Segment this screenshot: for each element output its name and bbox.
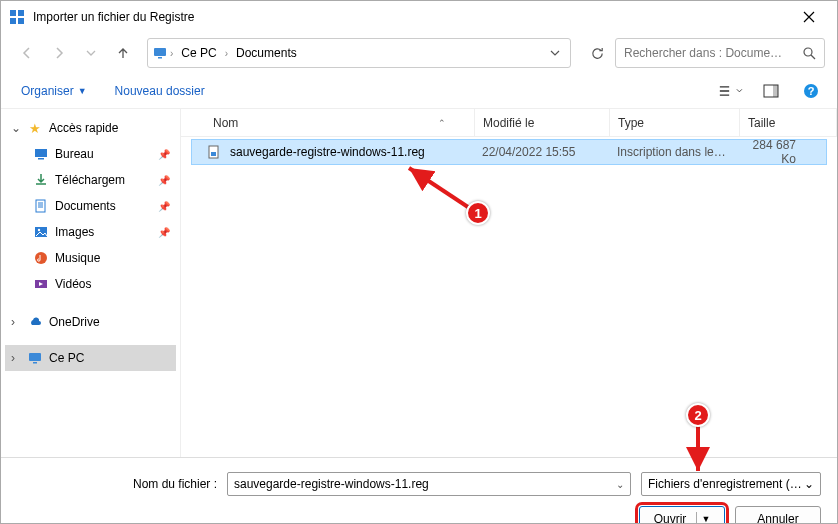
chevron-right-icon: ›: [11, 351, 21, 365]
svg-rect-21: [211, 152, 216, 156]
cloud-icon: [27, 314, 43, 330]
column-size[interactable]: Taille: [740, 109, 837, 136]
sidebar-item-music[interactable]: Musique: [5, 245, 176, 271]
svg-rect-8: [773, 85, 778, 97]
pc-icon: [27, 350, 43, 366]
download-icon: [33, 172, 49, 188]
close-button[interactable]: [789, 3, 829, 31]
column-modified[interactable]: Modifié le: [475, 109, 610, 136]
sidebar-item-documents[interactable]: Documents 📌: [5, 193, 176, 219]
sidebar-item-downloads[interactable]: Téléchargem 📌: [5, 167, 176, 193]
chevron-down-icon: ⌄: [804, 477, 814, 491]
file-size: 284 687 Ko: [739, 138, 826, 166]
sidebar-item-images[interactable]: Images 📌: [5, 219, 176, 245]
sidebar-item-desktop[interactable]: Bureau 📌: [5, 141, 176, 167]
svg-rect-2: [10, 18, 16, 24]
file-modified: 22/04/2022 15:55: [474, 145, 609, 159]
sidebar-item-label: Images: [55, 225, 94, 239]
sidebar-item-label: Documents: [55, 199, 116, 213]
refresh-button[interactable]: [583, 39, 611, 67]
cancel-button[interactable]: Annuler: [735, 506, 821, 524]
filename-label: Nom du fichier :: [17, 477, 217, 491]
svg-rect-0: [10, 10, 16, 16]
breadcrumb-folder[interactable]: Documents: [230, 39, 303, 67]
svg-rect-13: [36, 200, 45, 212]
forward-button[interactable]: [45, 39, 73, 67]
new-folder-button[interactable]: Nouveau dossier: [109, 80, 211, 102]
music-icon: [33, 250, 49, 266]
search-icon: [802, 46, 816, 60]
table-row[interactable]: sauvegarde-registre-windows-11.reg 22/04…: [191, 139, 827, 165]
chevron-down-icon: ▼: [78, 86, 87, 96]
sidebar-item-label: Ce PC: [49, 351, 84, 365]
sort-indicator-icon: ⌃: [438, 118, 446, 128]
svg-point-16: [35, 252, 47, 264]
svg-point-15: [38, 229, 40, 231]
address-bar[interactable]: › Ce PC › Documents: [147, 38, 571, 68]
preview-pane-button[interactable]: [759, 79, 783, 103]
sidebar-item-label: Vidéos: [55, 277, 91, 291]
split-chevron-icon: ▼: [701, 514, 710, 524]
svg-rect-3: [18, 18, 24, 24]
pin-icon: 📌: [158, 149, 170, 160]
svg-rect-18: [29, 353, 41, 361]
pc-icon: [152, 45, 168, 61]
document-icon: [33, 198, 49, 214]
sidebar-quick-access[interactable]: ⌄ ★ Accès rapide: [5, 115, 176, 141]
footer: Nom du fichier : sauvegarde-registre-win…: [1, 457, 837, 524]
svg-rect-12: [38, 158, 44, 160]
cancel-label: Annuler: [757, 512, 798, 524]
pin-icon: 📌: [158, 175, 170, 186]
chevron-down-icon[interactable]: [550, 48, 560, 58]
pin-icon: 📌: [158, 201, 170, 212]
toolbar: Organiser ▼ Nouveau dossier ?: [1, 73, 837, 109]
svg-rect-1: [18, 10, 24, 16]
chevron-right-icon: ›: [223, 48, 230, 59]
svg-text:?: ?: [808, 85, 815, 97]
search-input[interactable]: Rechercher dans : Docume…: [615, 38, 825, 68]
sidebar-this-pc[interactable]: › Ce PC: [5, 345, 176, 371]
recent-dropdown[interactable]: [77, 39, 105, 67]
app-icon: [9, 9, 25, 25]
desktop-icon: [33, 146, 49, 162]
filename-value: sauvegarde-registre-windows-11.reg: [234, 477, 429, 491]
window-title: Importer un fichier du Registre: [33, 10, 789, 24]
column-name[interactable]: Nom⌃: [205, 109, 475, 136]
open-button[interactable]: Ouvrir ▼: [639, 506, 725, 524]
svg-point-6: [804, 48, 812, 56]
file-name: sauvegarde-registre-windows-11.reg: [230, 145, 425, 159]
video-icon: [33, 276, 49, 292]
svg-rect-4: [154, 48, 166, 56]
file-area: Nom⌃ Modifié le Type Taille sauvegarde-r…: [181, 109, 837, 457]
sidebar-item-label: Bureau: [55, 147, 94, 161]
column-headers: Nom⌃ Modifié le Type Taille: [181, 109, 837, 137]
sidebar-item-label: Téléchargem: [55, 173, 125, 187]
star-icon: ★: [27, 120, 43, 136]
chevron-right-icon: ›: [168, 48, 175, 59]
sidebar-item-label: Accès rapide: [49, 121, 118, 135]
svg-rect-11: [35, 149, 47, 157]
view-options-button[interactable]: [719, 79, 743, 103]
filetype-filter[interactable]: Fichiers d'enregistrement (*.reg ⌄: [641, 472, 821, 496]
search-placeholder: Rechercher dans : Docume…: [624, 46, 802, 60]
filename-input[interactable]: sauvegarde-registre-windows-11.reg ⌄: [227, 472, 631, 496]
up-button[interactable]: [109, 39, 137, 67]
nav-row: › Ce PC › Documents Rechercher dans : Do…: [1, 33, 837, 73]
sidebar: ⌄ ★ Accès rapide Bureau 📌 Téléchargem 📌 …: [1, 109, 181, 457]
organize-label: Organiser: [21, 84, 74, 98]
column-type[interactable]: Type: [610, 109, 740, 136]
chevron-down-icon: ⌄: [616, 479, 624, 490]
pin-icon: 📌: [158, 227, 170, 238]
organize-menu[interactable]: Organiser ▼: [15, 80, 93, 102]
open-label: Ouvrir: [654, 512, 687, 524]
sidebar-item-videos[interactable]: Vidéos: [5, 271, 176, 297]
sidebar-item-label: Musique: [55, 251, 100, 265]
breadcrumb-pc[interactable]: Ce PC: [175, 39, 222, 67]
reg-file-icon: [206, 144, 222, 160]
sidebar-onedrive[interactable]: › OneDrive: [5, 309, 176, 335]
help-button[interactable]: ?: [799, 79, 823, 103]
main-area: ⌄ ★ Accès rapide Bureau 📌 Téléchargem 📌 …: [1, 109, 837, 457]
titlebar: Importer un fichier du Registre: [1, 1, 837, 33]
back-button[interactable]: [13, 39, 41, 67]
svg-rect-5: [158, 57, 162, 59]
